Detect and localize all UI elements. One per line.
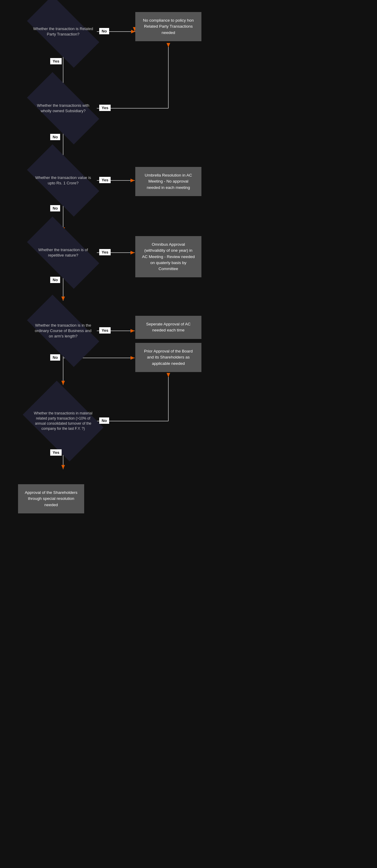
label-d3-no: No [50,205,60,211]
label-d5-no: No [50,354,60,361]
diamond-3: Whether the transaction value is upto Rs… [30,162,96,198]
svg-marker-6 [131,30,135,33]
svg-marker-22 [130,329,135,333]
diamond-shape-3 [27,144,99,217]
result-box-1: No compliance to policy hon Related Part… [135,12,201,41]
diamond-5: Whether the transaction is in the ordina… [30,313,96,349]
diamond-shape-4 [27,217,99,289]
svg-marker-20 [61,297,65,301]
result-box-4: Seperate Approval of AC needed each time [135,316,201,339]
label-d2-no: No [50,134,60,140]
label-d4-yes: Yes [99,249,111,255]
diamond-2: Whether the transactionis with wholly ow… [30,90,96,126]
diamond-4: Whether the transaction is of repetitive… [30,235,96,271]
label-d1-yes: Yes [50,58,62,64]
result-box-6: Approval of the Shareholders through spe… [18,484,84,514]
result-box-5: Prior Approval of the Board and its Shar… [135,343,201,372]
label-d2-yes: Yes [99,105,111,111]
label-d6-yes: Yes [50,450,62,456]
label-d3-yes: Yes [99,177,111,183]
diamond-shape-5 [27,295,99,367]
label-d5-yes: Yes [99,327,111,334]
svg-marker-18 [130,251,135,254]
label-d4-no: No [50,277,60,283]
svg-marker-14 [130,179,135,182]
diamond-1: Whether the transaction is Related Party… [30,13,96,50]
diamond-shape-2 [27,72,99,144]
svg-marker-32 [61,465,65,469]
svg-marker-27 [61,381,65,385]
svg-marker-25 [130,356,135,360]
label-d6-no: No [99,417,109,424]
svg-marker-30 [166,373,170,377]
svg-marker-9 [166,43,170,47]
result-box-3: Omnibus Approval (withvalidity of one ye… [135,236,201,277]
svg-marker-10 [166,43,170,46]
label-d1-no: No [99,28,109,34]
flowchart: Whether the transaction is Related Party… [0,0,211,30]
diamond-6: Whether the transactionis in material re… [30,397,96,445]
diamond-shape-1 [27,0,99,68]
result-box-2: Umbrella Resolution in AC Meeting - No a… [135,167,201,196]
diamond-shape-6 [23,381,104,462]
